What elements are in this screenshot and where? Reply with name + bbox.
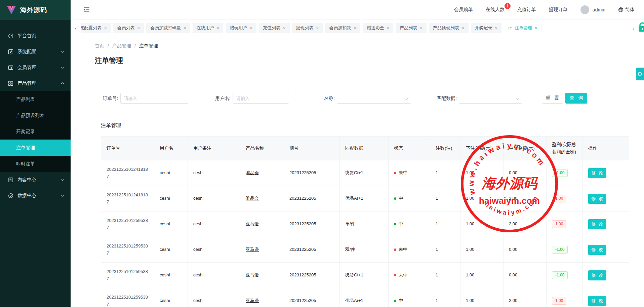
cell-match: 统货Ct+1	[340, 263, 389, 288]
edit-button[interactable]: 修 改	[588, 219, 606, 229]
tab-close-icon[interactable]: ×	[137, 26, 140, 31]
tab-online-users[interactable]: 在线用户×	[193, 23, 224, 33]
sidebar-item-data-center[interactable]: 数据中心	[0, 188, 71, 203]
profit-pill: -1.00	[552, 246, 568, 254]
tab-product-list[interactable]: 产品列表×	[396, 23, 427, 33]
cell-remark: ceshi	[188, 263, 240, 288]
cell-period: 20231225205	[284, 160, 340, 186]
submenu-item-product-list[interactable]: 产品列表	[0, 91, 71, 107]
submenu-item-product-preset-list[interactable]: 产品预设列表	[0, 107, 71, 123]
tab-label: 产品列表	[400, 25, 417, 31]
tab-bonus-gift[interactable]: 赠送彩金×	[363, 23, 394, 33]
order-no-input[interactable]	[120, 93, 188, 104]
submenu-item-draw-records[interactable]: 开奖记录	[0, 123, 71, 140]
col-header-period: 期号	[284, 137, 340, 160]
tab-member-deduction[interactable]: 会员加扣款×	[325, 23, 360, 33]
status-dot-icon	[394, 300, 396, 302]
username-input[interactable]	[233, 93, 289, 104]
language-label: 简体	[625, 7, 635, 13]
cell-product-link[interactable]: 亚马逊	[246, 272, 259, 279]
breadcrumb-home[interactable]: 首页	[95, 43, 104, 49]
menu-collapse-icon[interactable]	[83, 7, 90, 13]
sidebar-item-system-config[interactable]: 系统配置	[0, 44, 71, 60]
name-select[interactable]	[337, 93, 411, 104]
cell-match: 双/件	[340, 237, 389, 262]
tab-companion-users[interactable]: 陪玩用户×	[226, 23, 256, 33]
cell-bet: 1.00	[460, 263, 504, 288]
cell-win: 2.00	[504, 212, 547, 237]
cell-product-link[interactable]: 亚马逊	[246, 246, 259, 253]
tab-label: 充值列表	[263, 25, 280, 31]
breadcrumb-separator: /	[134, 43, 136, 49]
tab-close-icon[interactable]: ×	[184, 26, 186, 31]
tab-close-icon[interactable]: ×	[316, 26, 319, 31]
cell-product-link[interactable]: 亚马逊	[246, 297, 259, 304]
tab-close-icon[interactable]: ×	[535, 26, 537, 31]
sidebar-item-label: 系统配置	[17, 49, 56, 55]
refresh-icon[interactable]: ⟳	[508, 26, 512, 31]
tab-draw-records[interactable]: 开奖记录×	[471, 23, 502, 33]
edit-button[interactable]: 修 改	[588, 168, 606, 178]
col-header-product: 产品名称	[240, 137, 284, 160]
tab-close-icon[interactable]: ×	[250, 26, 252, 31]
tabs-scroll-right-icon[interactable]: ›	[629, 25, 638, 31]
search-button[interactable]: 查 询	[565, 93, 587, 104]
edit-button[interactable]: 修 改	[588, 245, 606, 255]
tab-member-adjust-volume[interactable]: 会员加减打码量×	[146, 23, 190, 33]
tab-close-icon[interactable]: ×	[462, 26, 465, 31]
cell-win: 2.00	[504, 288, 547, 307]
edit-button[interactable]: 修 改	[588, 296, 606, 306]
tab-label: 陪玩用户	[230, 25, 247, 31]
tab-close-icon[interactable]: ×	[420, 26, 422, 31]
edit-button[interactable]: 修 改	[588, 194, 606, 204]
match-data-select[interactable]	[459, 93, 522, 104]
lock-icon[interactable]	[638, 22, 644, 34]
sidebar-item-label: 平台首页	[17, 33, 65, 39]
language-switcher[interactable]: 简体	[618, 7, 635, 13]
sidebar-item-label: 数据中心	[17, 193, 56, 199]
sidebar-item-label: 产品管理	[17, 80, 56, 86]
cell-product-link[interactable]: 唯品会	[246, 195, 259, 202]
col-header-order-no: 订单号	[101, 137, 154, 160]
tab-product-preset-list[interactable]: 产品预设列表×	[429, 23, 469, 33]
user-menu[interactable]: admin	[580, 5, 605, 14]
tab-close-icon[interactable]: ×	[387, 26, 390, 31]
tab-bet-mgmt[interactable]: ⟳注单管理×	[504, 23, 542, 33]
breadcrumb-product-mgmt[interactable]: 产品管理	[112, 43, 131, 49]
check-circle-icon	[8, 193, 13, 198]
tab-system-config-list[interactable]: 系统配置列表×	[81, 23, 111, 33]
submenu-item-realtime-bets[interactable]: 即时注单	[0, 156, 71, 172]
col-header-bet-total: 下注总额(元)	[460, 137, 504, 160]
tab-withdraw-list[interactable]: 提现列表×	[292, 23, 323, 33]
tab-close-icon[interactable]: ×	[495, 26, 498, 31]
cell-remark: ceshi	[188, 237, 240, 262]
sidebar: 海外源码 平台首页 系统配置 会员管理 产品管理 产品列表 产品预设列表 开奖记…	[0, 0, 71, 307]
cell-product-link[interactable]: 亚马逊	[246, 221, 259, 228]
sidebar-menu: 平台首页 系统配置 会员管理 产品管理 产品列表 产品预设列表 开奖记录 注单管…	[0, 28, 71, 203]
link-member-orders[interactable]: 会员购单	[454, 7, 473, 13]
tab-recharge-list[interactable]: 充值列表×	[259, 23, 290, 33]
edit-button[interactable]: 修 改	[588, 270, 606, 280]
reset-button[interactable]: 重 置	[542, 93, 563, 104]
app-logo: 海外源码	[0, 0, 71, 20]
sidebar-item-dashboard[interactable]: 平台首页	[0, 28, 71, 44]
cell-product-link[interactable]: 唯品会	[246, 169, 259, 177]
sidebar-item-member-mgmt[interactable]: 会员管理	[0, 60, 71, 75]
link-withdraw-orders[interactable]: 提现订单	[549, 7, 568, 13]
tab-close-icon[interactable]: ×	[354, 26, 356, 31]
link-online-users[interactable]: 在线人数 1	[486, 7, 505, 13]
tab-member-list[interactable]: 会员列表×	[113, 23, 144, 33]
cell-period: 20231225205	[284, 263, 340, 288]
col-header-profit: 盈利(实际总获利的金额)	[547, 137, 583, 160]
sidebar-item-product-mgmt[interactable]: 产品管理	[0, 75, 71, 91]
tab-close-icon[interactable]: ×	[283, 26, 286, 31]
submenu-item-bet-mgmt[interactable]: 注单管理	[0, 140, 71, 156]
cell-win: 0.00	[504, 160, 547, 186]
settings-gear-button[interactable]: ⚙	[636, 68, 644, 80]
tabs-scroll-left-icon[interactable]: ‹	[71, 25, 81, 31]
tab-close-icon[interactable]: ×	[104, 26, 107, 31]
sidebar-item-content-center[interactable]: 内容中心	[0, 172, 71, 188]
tab-close-icon[interactable]: ×	[217, 26, 219, 31]
status-badge: 中	[394, 221, 403, 228]
link-recharge-orders[interactable]: 充值订单	[517, 7, 536, 13]
